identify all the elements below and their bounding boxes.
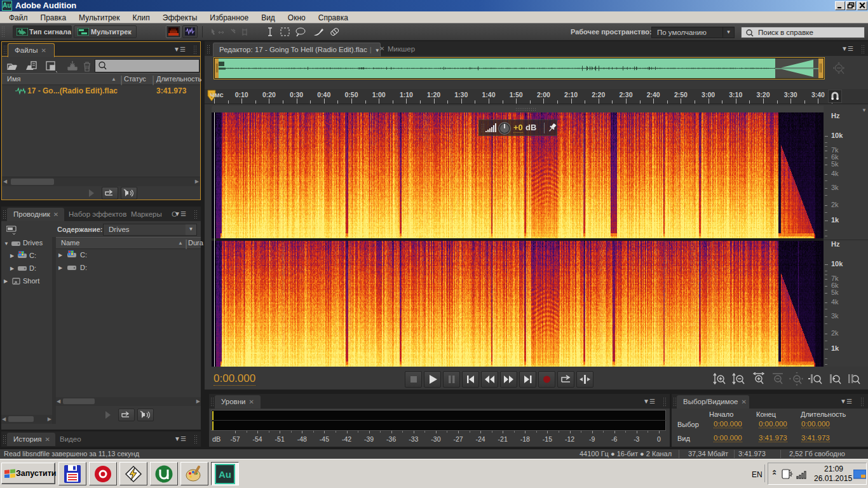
svg-text:Au: Au xyxy=(219,469,231,480)
